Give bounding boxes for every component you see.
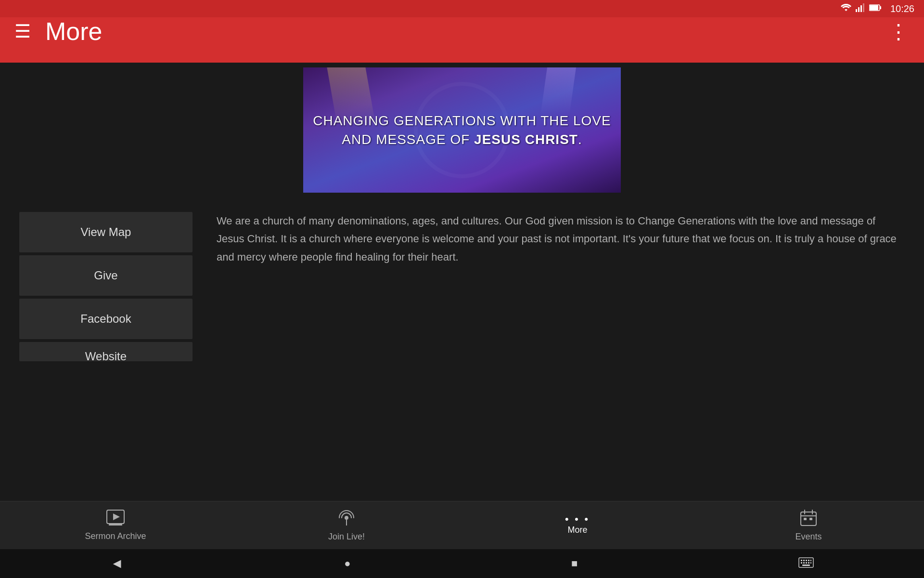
nav-item-sermon-archive[interactable]: Sermon Archive (0, 510, 231, 541)
back-button[interactable]: ◄ (110, 556, 124, 571)
svg-rect-23 (810, 560, 811, 561)
overflow-menu-button[interactable]: ⋮ (888, 20, 910, 43)
events-label: Events (795, 532, 821, 542)
join-live-label: Join Live! (328, 532, 365, 542)
svg-rect-19 (801, 560, 802, 561)
svg-rect-17 (809, 518, 812, 520)
status-bar: 10:26 (0, 0, 924, 17)
events-icon (800, 509, 817, 529)
hamburger-button[interactable]: ☰ (14, 22, 31, 40)
hero-text-end: . (578, 132, 582, 147)
battery-icon (869, 4, 882, 14)
home-button[interactable]: ● (344, 557, 350, 570)
svg-marker-8 (113, 513, 120, 520)
system-navigation-bar: ◄ ● ■ (0, 549, 924, 578)
nav-item-join-live[interactable]: Join Live! (231, 509, 462, 542)
facebook-button[interactable]: Facebook (19, 299, 192, 339)
app-bar-title: More (45, 17, 888, 46)
more-icon: ● ● ● (565, 515, 590, 522)
svg-rect-3 (863, 3, 864, 12)
svg-point-10 (345, 516, 348, 520)
svg-rect-5 (870, 5, 878, 10)
status-icons: 10:26 (840, 3, 914, 14)
church-description: We are a church of many denominations, a… (217, 212, 905, 361)
sermon-archive-icon (106, 510, 125, 528)
svg-rect-6 (880, 6, 881, 9)
keyboard-button[interactable] (798, 556, 814, 571)
svg-rect-24 (801, 562, 802, 564)
svg-rect-25 (803, 562, 805, 564)
svg-rect-22 (808, 560, 809, 561)
wifi-icon (840, 3, 852, 14)
hero-text: CHANGING GENERATIONS WITH THE LOVE AND M… (303, 102, 620, 158)
svg-rect-26 (806, 562, 807, 564)
svg-rect-9 (109, 524, 122, 525)
svg-rect-27 (808, 562, 809, 564)
nav-item-more[interactable]: ● ● ● More (462, 515, 693, 535)
recents-button[interactable]: ■ (571, 557, 578, 570)
signal-icon (856, 3, 865, 14)
svg-rect-21 (806, 560, 807, 561)
menu-buttons-column: View Map Give Facebook Website (19, 212, 192, 361)
view-map-button[interactable]: View Map (19, 212, 192, 252)
svg-rect-28 (810, 562, 811, 564)
status-time: 10:26 (890, 3, 914, 14)
svg-rect-0 (856, 9, 857, 12)
svg-rect-16 (804, 518, 807, 520)
bottom-navigation: Sermon Archive Join Live! ● ● ● More (0, 501, 924, 549)
description-text: We are a church of many denominations, a… (217, 212, 905, 266)
hero-text-line2: AND MESSAGE OF (342, 132, 474, 147)
sermon-archive-label: Sermon Archive (85, 531, 146, 541)
svg-rect-12 (801, 512, 816, 525)
more-label: More (567, 525, 587, 535)
hero-banner: CHANGING GENERATIONS WITH THE LOVE AND M… (303, 67, 621, 193)
hero-text-line1: CHANGING GENERATIONS WITH THE LOVE (313, 113, 611, 128)
website-button[interactable]: Website (19, 342, 192, 361)
svg-rect-29 (802, 565, 810, 566)
give-button[interactable]: Give (19, 255, 192, 296)
svg-rect-2 (860, 5, 862, 12)
svg-rect-1 (858, 7, 860, 12)
hero-text-bold: JESUS CHRIST (474, 132, 578, 147)
main-content: CHANGING GENERATIONS WITH THE LOVE AND M… (0, 63, 924, 525)
svg-rect-20 (803, 560, 805, 561)
nav-item-events[interactable]: Events (693, 509, 924, 542)
join-live-icon (338, 509, 355, 529)
two-column-layout: View Map Give Facebook Website We are a … (0, 197, 924, 376)
